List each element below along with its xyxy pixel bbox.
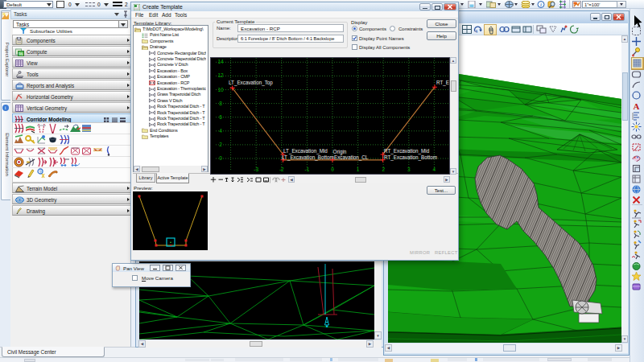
svg-text:12: 12 (217, 72, 224, 78)
svg-text:%: % (19, 51, 23, 56)
svg-text:RT_Excavation_Bottom: RT_Excavation_Bottom (384, 154, 437, 161)
svg-text:6: 6 (219, 114, 222, 120)
svg-text:-3: -3 (254, 167, 258, 172)
svg-text:-1: -1 (305, 167, 310, 172)
svg-text:1: 1 (357, 167, 360, 172)
svg-text:0: 0 (331, 167, 334, 172)
svg-text:2: 2 (382, 167, 385, 172)
svg-text:4: 4 (475, 29, 478, 34)
svg-text:4: 4 (433, 167, 436, 172)
svg-text:RT_Excavation_Mid: RT_Excavation_Mid (384, 148, 430, 154)
svg-text:4: 4 (219, 128, 222, 134)
svg-text:A: A (634, 101, 640, 111)
svg-text:LT_Excavation_Mid: LT_Excavation_Mid (283, 148, 328, 154)
svg-text:10: 10 (217, 87, 224, 93)
svg-text:LT_Excavation_Bottom: LT_Excavation_Bottom (282, 154, 334, 161)
svg-text:2: 2 (219, 142, 222, 147)
svg-text:8: 8 (219, 101, 222, 106)
svg-text:-2: -2 (279, 167, 284, 172)
svg-text:LT_Excavation_Top: LT_Excavation_Top (229, 80, 273, 86)
svg-text:RT_E: RT_E (436, 80, 449, 86)
svg-text:0: 0 (219, 155, 222, 161)
svg-text:14: 14 (217, 59, 224, 64)
svg-text:3: 3 (407, 167, 411, 172)
svg-text:i: i (540, 2, 542, 8)
svg-text:Excavation_CL: Excavation_CL (334, 154, 369, 161)
